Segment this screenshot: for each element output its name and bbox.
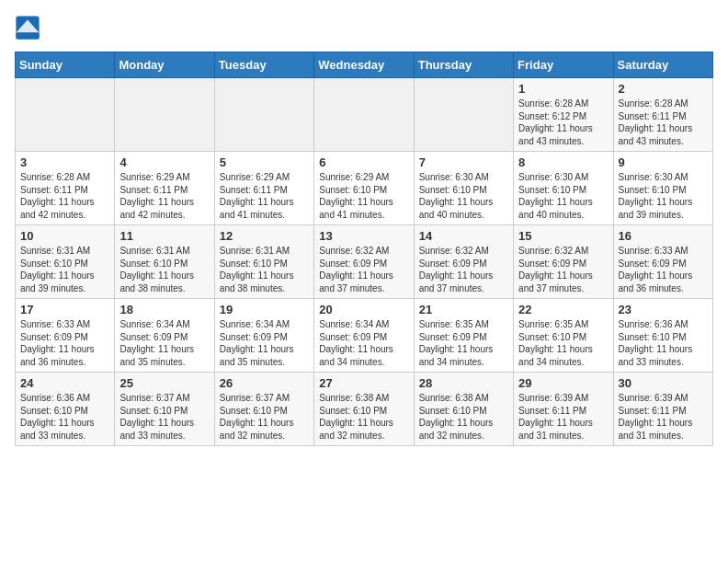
- cell-details: Sunrise: 6:34 AMSunset: 6:09 PMDaylight:…: [319, 318, 408, 368]
- cell-details: Sunrise: 6:32 AMSunset: 6:09 PMDaylight:…: [419, 245, 508, 294]
- day-number: 9: [619, 155, 708, 169]
- day-number: 12: [220, 229, 309, 243]
- cell-details: Sunrise: 6:35 AMSunset: 6:09 PMDaylight:…: [419, 318, 508, 368]
- day-number: 19: [220, 303, 309, 316]
- cell-details: Sunrise: 6:29 AMSunset: 6:11 PMDaylight:…: [119, 171, 209, 221]
- day-number: 16: [619, 229, 708, 243]
- cell-details: Sunrise: 6:30 AMSunset: 6:10 PMDaylight:…: [419, 171, 508, 221]
- cell-details: Sunrise: 6:30 AMSunset: 6:10 PMDaylight:…: [518, 171, 608, 221]
- cell-details: Sunrise: 6:30 AMSunset: 6:10 PMDaylight:…: [619, 171, 708, 221]
- calendar-cell: 4Sunrise: 6:29 AMSunset: 6:11 PMDaylight…: [115, 152, 214, 225]
- day-number: 15: [518, 229, 608, 243]
- calendar-cell: 29Sunrise: 6:39 AMSunset: 6:11 PMDayligh…: [514, 373, 613, 446]
- calendar-cell: 27Sunrise: 6:38 AMSunset: 6:10 PMDayligh…: [314, 373, 414, 446]
- calendar-week-4: 17Sunrise: 6:33 AMSunset: 6:09 PMDayligh…: [16, 299, 713, 373]
- day-number: 23: [619, 303, 708, 316]
- cell-details: Sunrise: 6:38 AMSunset: 6:10 PMDaylight:…: [419, 392, 508, 442]
- cell-details: Sunrise: 6:39 AMSunset: 6:11 PMDaylight:…: [518, 392, 608, 442]
- cell-details: Sunrise: 6:34 AMSunset: 6:09 PMDaylight:…: [220, 318, 309, 368]
- calendar-cell: [314, 78, 414, 152]
- calendar-cell: 21Sunrise: 6:35 AMSunset: 6:09 PMDayligh…: [414, 299, 513, 373]
- calendar-week-5: 24Sunrise: 6:36 AMSunset: 6:10 PMDayligh…: [16, 373, 713, 446]
- calendar-cell: [16, 78, 115, 152]
- cell-details: Sunrise: 6:31 AMSunset: 6:10 PMDaylight:…: [20, 245, 109, 294]
- cell-details: Sunrise: 6:28 AMSunset: 6:12 PMDaylight:…: [518, 98, 608, 147]
- calendar-cell: 16Sunrise: 6:33 AMSunset: 6:09 PMDayligh…: [613, 225, 712, 299]
- cell-details: Sunrise: 6:34 AMSunset: 6:09 PMDaylight:…: [119, 318, 209, 368]
- logo: [15, 15, 44, 40]
- cell-details: Sunrise: 6:39 AMSunset: 6:11 PMDaylight:…: [619, 392, 708, 442]
- day-number: 2: [619, 82, 708, 96]
- day-number: 6: [319, 155, 408, 169]
- page-header: [15, 15, 713, 40]
- calendar-cell: 25Sunrise: 6:37 AMSunset: 6:10 PMDayligh…: [115, 373, 214, 446]
- day-number: 21: [419, 303, 508, 316]
- weekday-header-friday: Friday: [514, 52, 613, 78]
- cell-details: Sunrise: 6:29 AMSunset: 6:10 PMDaylight:…: [319, 171, 408, 221]
- calendar-week-1: 1Sunrise: 6:28 AMSunset: 6:12 PMDaylight…: [16, 78, 713, 152]
- calendar-cell: 11Sunrise: 6:31 AMSunset: 6:10 PMDayligh…: [115, 225, 214, 299]
- calendar-cell: [414, 78, 513, 152]
- cell-details: Sunrise: 6:36 AMSunset: 6:10 PMDaylight:…: [20, 392, 109, 442]
- calendar-cell: 7Sunrise: 6:30 AMSunset: 6:10 PMDaylight…: [414, 152, 513, 225]
- day-number: 28: [419, 376, 508, 390]
- calendar-cell: 23Sunrise: 6:36 AMSunset: 6:10 PMDayligh…: [613, 299, 712, 373]
- cell-details: Sunrise: 6:29 AMSunset: 6:11 PMDaylight:…: [220, 171, 309, 221]
- calendar-cell: 17Sunrise: 6:33 AMSunset: 6:09 PMDayligh…: [16, 299, 115, 373]
- calendar-cell: 30Sunrise: 6:39 AMSunset: 6:11 PMDayligh…: [613, 373, 712, 446]
- cell-details: Sunrise: 6:31 AMSunset: 6:10 PMDaylight:…: [119, 245, 209, 294]
- calendar-week-2: 3Sunrise: 6:28 AMSunset: 6:11 PMDaylight…: [16, 152, 713, 225]
- day-number: 11: [119, 229, 209, 243]
- day-number: 1: [518, 82, 608, 96]
- cell-details: Sunrise: 6:32 AMSunset: 6:09 PMDaylight:…: [319, 245, 408, 294]
- cell-details: Sunrise: 6:32 AMSunset: 6:09 PMDaylight:…: [518, 245, 608, 294]
- day-number: 27: [319, 376, 408, 390]
- svg-rect-2: [16, 33, 39, 40]
- cell-details: Sunrise: 6:33 AMSunset: 6:09 PMDaylight:…: [619, 245, 708, 294]
- calendar-cell: [115, 78, 214, 152]
- weekday-header-wednesday: Wednesday: [314, 52, 414, 78]
- day-number: 25: [119, 376, 209, 390]
- weekday-header-thursday: Thursday: [414, 52, 513, 78]
- calendar-cell: 6Sunrise: 6:29 AMSunset: 6:10 PMDaylight…: [314, 152, 414, 225]
- cell-details: Sunrise: 6:28 AMSunset: 6:11 PMDaylight:…: [619, 98, 708, 147]
- cell-details: Sunrise: 6:37 AMSunset: 6:10 PMDaylight:…: [119, 392, 209, 442]
- calendar-cell: 18Sunrise: 6:34 AMSunset: 6:09 PMDayligh…: [115, 299, 214, 373]
- weekday-header-monday: Monday: [115, 52, 214, 78]
- cell-details: Sunrise: 6:33 AMSunset: 6:09 PMDaylight:…: [20, 318, 109, 368]
- day-number: 7: [419, 155, 508, 169]
- cell-details: Sunrise: 6:31 AMSunset: 6:10 PMDaylight:…: [220, 245, 309, 294]
- day-number: 10: [20, 229, 109, 243]
- calendar-cell: 2Sunrise: 6:28 AMSunset: 6:11 PMDaylight…: [613, 78, 712, 152]
- calendar-cell: 20Sunrise: 6:34 AMSunset: 6:09 PMDayligh…: [314, 299, 414, 373]
- cell-details: Sunrise: 6:28 AMSunset: 6:11 PMDaylight:…: [20, 171, 109, 221]
- calendar-cell: 13Sunrise: 6:32 AMSunset: 6:09 PMDayligh…: [314, 225, 414, 299]
- calendar-cell: 15Sunrise: 6:32 AMSunset: 6:09 PMDayligh…: [514, 225, 613, 299]
- calendar-table: SundayMondayTuesdayWednesdayThursdayFrid…: [15, 52, 713, 446]
- calendar-cell: 10Sunrise: 6:31 AMSunset: 6:10 PMDayligh…: [16, 225, 115, 299]
- calendar-cell: 14Sunrise: 6:32 AMSunset: 6:09 PMDayligh…: [414, 225, 513, 299]
- calendar-cell: 22Sunrise: 6:35 AMSunset: 6:10 PMDayligh…: [514, 299, 613, 373]
- cell-details: Sunrise: 6:38 AMSunset: 6:10 PMDaylight:…: [319, 392, 408, 442]
- cell-details: Sunrise: 6:35 AMSunset: 6:10 PMDaylight:…: [518, 318, 608, 368]
- weekday-header-tuesday: Tuesday: [214, 52, 313, 78]
- day-number: 18: [119, 303, 209, 316]
- calendar-cell: [214, 78, 313, 152]
- calendar-header-row: SundayMondayTuesdayWednesdayThursdayFrid…: [16, 52, 713, 78]
- calendar-cell: 26Sunrise: 6:37 AMSunset: 6:10 PMDayligh…: [214, 373, 313, 446]
- day-number: 26: [220, 376, 309, 390]
- calendar-cell: 19Sunrise: 6:34 AMSunset: 6:09 PMDayligh…: [214, 299, 313, 373]
- day-number: 24: [20, 376, 109, 390]
- day-number: 22: [518, 303, 608, 316]
- calendar-cell: 9Sunrise: 6:30 AMSunset: 6:10 PMDaylight…: [613, 152, 712, 225]
- day-number: 14: [419, 229, 508, 243]
- calendar-cell: 12Sunrise: 6:31 AMSunset: 6:10 PMDayligh…: [214, 225, 313, 299]
- cell-details: Sunrise: 6:36 AMSunset: 6:10 PMDaylight:…: [619, 318, 708, 368]
- day-number: 30: [619, 376, 708, 390]
- day-number: 5: [220, 155, 309, 169]
- day-number: 20: [319, 303, 408, 316]
- day-number: 13: [319, 229, 408, 243]
- calendar-cell: 24Sunrise: 6:36 AMSunset: 6:10 PMDayligh…: [16, 373, 115, 446]
- day-number: 3: [20, 155, 109, 169]
- calendar-week-3: 10Sunrise: 6:31 AMSunset: 6:10 PMDayligh…: [16, 225, 713, 299]
